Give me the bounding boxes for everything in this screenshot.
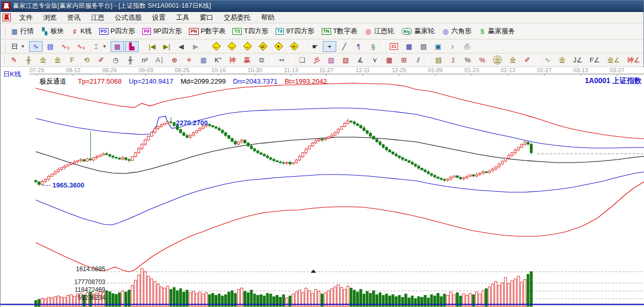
period-selector-button[interactable]: 日▼ [8, 41, 28, 52]
gold-grid-b-button[interactable]: 金 [51, 55, 64, 65]
winner-service-button[interactable]: $赢家服务 [475, 25, 518, 37]
gold-angle-button[interactable]: 金∠ [604, 55, 623, 65]
pattern-overlay-button[interactable]: ▩ [111, 41, 124, 52]
wave-overlay-button[interactable]: ∿ [541, 55, 554, 65]
rect-select-button[interactable]: ❏ [295, 55, 309, 65]
p-square-button[interactable]: PSP四方形 [96, 25, 139, 37]
p-number-table-button[interactable]: PNP数字表 [186, 25, 228, 37]
draw-pen-button[interactable]: ✎ [7, 55, 21, 65]
fibo-f-button[interactable]: F [65, 55, 79, 65]
win-tool-button[interactable]: 赢 [240, 55, 254, 65]
pan-right-button[interactable]: → [225, 41, 239, 51]
angle-a-button[interactable]: A∣ [153, 55, 167, 65]
winner-wheel-button[interactable]: Big赢家轮 [399, 25, 438, 37]
ruler-button[interactable]: ⧉ [255, 55, 268, 65]
kline-button[interactable]: ♯K线 [68, 25, 95, 37]
red-pen-button[interactable]: ✐ [94, 55, 108, 65]
bars-plain-button[interactable]: ╫ [124, 55, 137, 65]
report-button[interactable]: ▤ [417, 41, 430, 52]
k-quote-button[interactable]: K" [211, 55, 225, 65]
menu-item-7[interactable]: 工具 [171, 12, 195, 22]
parallel-lines-button[interactable]: ⫽ [412, 55, 425, 65]
fan-box-2-button[interactable]: ▧ [339, 55, 352, 65]
gold-under-button[interactable]: 金 [506, 55, 519, 65]
fan-box-button[interactable]: ▨ [324, 55, 338, 65]
gold-grid-a-button[interactable]: 金 [36, 55, 50, 65]
last-bar-button[interactable]: ▶| [160, 41, 173, 52]
f-angle-button[interactable]: F∠ [586, 55, 603, 65]
circle-cross-button[interactable]: ⊕ [168, 55, 181, 65]
notes-view-button[interactable]: ▤ [44, 41, 57, 52]
fit-all-button[interactable]: ✛ [287, 41, 302, 51]
menu-item-3[interactable]: 资讯 [62, 12, 86, 22]
stats-list-button[interactable]: ▤ [432, 55, 445, 65]
gann-bars-button[interactable]: ╫ [22, 55, 35, 65]
expand-bars-button[interactable]: ✦ [271, 41, 286, 51]
spiral-5-button[interactable]: ⟲ [80, 55, 93, 65]
menu-item-4[interactable]: 江恩 [86, 12, 109, 22]
compress-bars-button[interactable]: ⇄ [256, 41, 270, 51]
wave-3-button[interactable]: ∿₃ [58, 41, 73, 52]
percent-under-button[interactable]: % [475, 55, 489, 65]
profile-chart-button[interactable]: ▙ [125, 41, 139, 52]
percent-button[interactable]: % [461, 55, 474, 65]
zigzag-tool-button[interactable]: ⋎ [368, 55, 381, 65]
first-bar-button[interactable]: |◀ [145, 41, 159, 52]
menu-item-8[interactable]: 窗口 [195, 12, 218, 22]
width-measure-button[interactable]: ⇿ [275, 55, 289, 65]
menu-item-2[interactable]: 浏览 [38, 12, 62, 22]
network-button[interactable]: ♁ [446, 41, 459, 52]
time-cycle-button[interactable]: ◷ [109, 55, 122, 65]
fan-lines-button[interactable]: 彡 [310, 55, 323, 65]
shen-tool-button[interactable]: 神 [226, 55, 239, 65]
price-grid-2-button[interactable]: ⊞ [397, 55, 410, 65]
percent-line-button[interactable]: ⁒ [446, 55, 460, 65]
grid-box-button[interactable]: ▦ [197, 55, 210, 65]
angle-lines-button[interactable]: ∡ [353, 55, 367, 65]
crosshair-tool-button[interactable]: + [323, 41, 336, 52]
calendar-button[interactable]: 21 [387, 42, 401, 51]
candle-style-button[interactable]: ⌶▼ [89, 41, 109, 52]
chart-canvas[interactable]: 07-2908-1208-2609-0909-2510-1610-3011-13… [1, 68, 644, 307]
marker-pen-button[interactable]: ✐ [520, 55, 534, 65]
price-grid-button[interactable]: ▦ [382, 55, 396, 65]
trend-line-tool-button[interactable]: ╱ [337, 41, 351, 52]
indicator-values: Tp=2177.5068Up=2140.9417Md=2099.2299Dn=2… [78, 77, 334, 85]
period-selector-dropdown-icon[interactable]: ▼ [21, 44, 25, 49]
next-bar-button[interactable]: ▶ [189, 41, 202, 52]
print-button[interactable]: ⎙ [460, 41, 474, 52]
t-number-table-button[interactable]: TNT数字表 [319, 25, 361, 37]
pattern-tool-button[interactable]: § [366, 41, 380, 52]
menu-item-6[interactable]: 设置 [147, 12, 171, 22]
quotes-button[interactable]: ▦行情 [8, 25, 37, 37]
zoom-horizontal-button[interactable]: ↔ [240, 41, 255, 51]
hexagon-button[interactable]: ◎六角形 [439, 25, 474, 37]
menu-item-9[interactable]: 交易委托 [218, 12, 256, 22]
menu-item-10[interactable]: 帮助 [256, 12, 280, 22]
gold-line-button[interactable]: 金 [555, 55, 569, 65]
9p-square-button[interactable]: P99P四方形 [139, 25, 185, 37]
volume-bar [491, 284, 494, 306]
candle-style-dropdown-icon[interactable]: ▼ [102, 44, 106, 49]
gann-tool-button[interactable]: ¶ [352, 41, 365, 52]
9t-square-button[interactable]: T99T四方形 [272, 25, 318, 37]
j-angle-button[interactable]: J∠ [570, 55, 585, 65]
t-square-button[interactable]: TST四方形 [229, 25, 271, 37]
star-burst-button[interactable]: ✳ [182, 55, 196, 65]
blocks-button[interactable]: ▚板块 [38, 25, 67, 37]
gann-wheel-button[interactable]: ◎江恩轮 [362, 25, 398, 37]
calculator-button[interactable]: ▦ [402, 41, 416, 52]
pan-left-button[interactable]: ← [209, 41, 224, 51]
menu-item-1[interactable]: 文件 [14, 12, 38, 22]
menu-item-5[interactable]: 公式选股 [109, 12, 147, 22]
gold-circle-button[interactable]: 金 [490, 54, 505, 66]
prev-bar-button[interactable]: ◀ [174, 41, 188, 52]
zigzag-view-button[interactable]: ∿ [29, 41, 43, 52]
kline-chart[interactable]: 07-2908-1208-2609-0909-2510-1610-3011-13… [1, 68, 644, 307]
pan-tool-button[interactable]: ☛ [308, 41, 322, 52]
save-button[interactable]: ▣ [431, 41, 445, 52]
wave-9-button[interactable]: ∿₉ [74, 41, 88, 52]
shen-angle-button[interactable]: 神∠ [624, 55, 643, 65]
n-squared-button[interactable]: n² [138, 55, 152, 65]
fan-box-2-icon: ▧ [342, 56, 349, 64]
